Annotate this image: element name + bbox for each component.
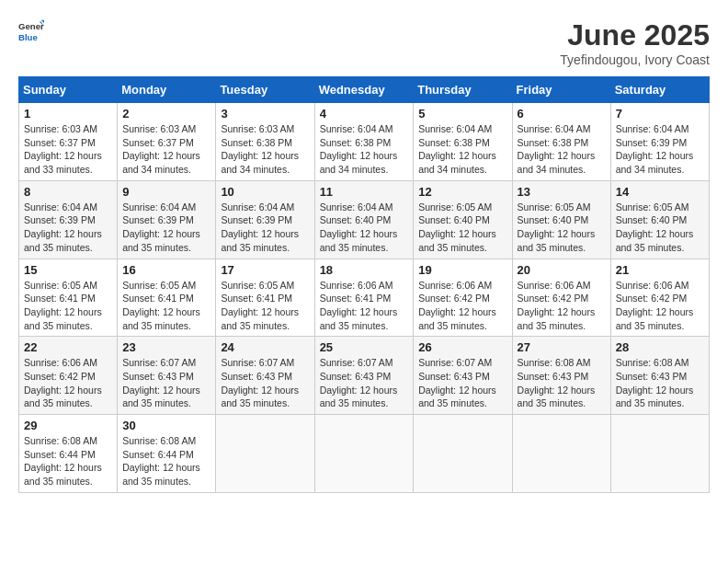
calendar-cell: 20 Sunrise: 6:06 AMSunset: 6:42 PMDaylig… — [512, 259, 610, 337]
calendar-cell — [414, 415, 512, 493]
day-number: 30 — [122, 419, 210, 432]
calendar-cell — [216, 415, 314, 493]
calendar-cell: 1 Sunrise: 6:03 AMSunset: 6:37 PMDayligh… — [19, 103, 118, 181]
day-number: 19 — [418, 263, 506, 277]
day-number: 29 — [24, 419, 112, 432]
day-info: Sunrise: 6:07 AMSunset: 6:43 PMDaylight:… — [418, 357, 496, 408]
calendar-cell: 12 Sunrise: 6:05 AMSunset: 6:40 PMDaylig… — [414, 180, 512, 259]
calendar-week-3: 15 Sunrise: 6:05 AMSunset: 6:41 PMDaylig… — [19, 259, 710, 337]
calendar-cell: 28 Sunrise: 6:08 AMSunset: 6:43 PMDaylig… — [610, 337, 709, 415]
calendar-cell: 5 Sunrise: 6:04 AMSunset: 6:38 PMDayligh… — [414, 103, 512, 181]
day-info: Sunrise: 6:04 AMSunset: 6:39 PMDaylight:… — [24, 201, 102, 253]
page-header: General Blue June 2025 Tyefindougou, Ivo… — [18, 18, 710, 67]
day-info: Sunrise: 6:04 AMSunset: 6:39 PMDaylight:… — [221, 201, 299, 253]
day-info: Sunrise: 6:05 AMSunset: 6:40 PMDaylight:… — [616, 201, 694, 253]
day-info: Sunrise: 6:04 AMSunset: 6:39 PMDaylight:… — [616, 123, 694, 175]
day-info: Sunrise: 6:08 AMSunset: 6:43 PMDaylight:… — [616, 357, 694, 408]
day-info: Sunrise: 6:04 AMSunset: 6:38 PMDaylight:… — [418, 123, 496, 175]
logo-icon: General Blue — [18, 18, 44, 44]
day-number: 27 — [518, 340, 606, 354]
day-number: 22 — [24, 340, 112, 354]
day-number: 15 — [24, 263, 112, 277]
day-number: 1 — [24, 107, 112, 121]
calendar-cell: 15 Sunrise: 6:05 AMSunset: 6:41 PMDaylig… — [19, 259, 118, 337]
day-info: Sunrise: 6:04 AMSunset: 6:38 PMDaylight:… — [320, 123, 398, 175]
month-year-title: June 2025 — [560, 18, 710, 52]
calendar-cell: 18 Sunrise: 6:06 AMSunset: 6:41 PMDaylig… — [314, 259, 414, 337]
day-info: Sunrise: 6:07 AMSunset: 6:43 PMDaylight:… — [221, 357, 299, 408]
day-info: Sunrise: 6:08 AMSunset: 6:43 PMDaylight:… — [518, 357, 596, 408]
day-number: 21 — [616, 263, 704, 277]
calendar-cell: 3 Sunrise: 6:03 AMSunset: 6:38 PMDayligh… — [216, 103, 314, 181]
day-number: 26 — [418, 340, 506, 354]
calendar-cell — [512, 415, 610, 493]
day-info: Sunrise: 6:08 AMSunset: 6:44 PMDaylight:… — [24, 435, 102, 487]
day-number: 17 — [221, 263, 309, 277]
day-info: Sunrise: 6:05 AMSunset: 6:41 PMDaylight:… — [24, 280, 102, 331]
calendar-header-row: SundayMondayTuesdayWednesdayThursdayFrid… — [19, 77, 710, 103]
day-number: 16 — [122, 263, 210, 277]
calendar-cell: 21 Sunrise: 6:06 AMSunset: 6:42 PMDaylig… — [610, 259, 709, 337]
calendar-cell: 24 Sunrise: 6:07 AMSunset: 6:43 PMDaylig… — [216, 337, 314, 415]
day-info: Sunrise: 6:03 AMSunset: 6:37 PMDaylight:… — [24, 123, 102, 175]
calendar-cell: 16 Sunrise: 6:05 AMSunset: 6:41 PMDaylig… — [118, 259, 216, 337]
day-number: 7 — [616, 107, 704, 121]
calendar-cell: 17 Sunrise: 6:05 AMSunset: 6:41 PMDaylig… — [216, 259, 314, 337]
calendar-cell: 25 Sunrise: 6:07 AMSunset: 6:43 PMDaylig… — [314, 337, 414, 415]
day-number: 4 — [320, 107, 409, 121]
location-subtitle: Tyefindougou, Ivory Coast — [560, 52, 710, 67]
calendar-week-2: 8 Sunrise: 6:04 AMSunset: 6:39 PMDayligh… — [19, 180, 710, 259]
day-number: 20 — [518, 263, 606, 277]
calendar-cell: 6 Sunrise: 6:04 AMSunset: 6:38 PMDayligh… — [512, 103, 610, 181]
col-header-sunday: Sunday — [19, 77, 118, 103]
day-number: 9 — [122, 185, 210, 199]
day-number: 24 — [221, 340, 309, 354]
calendar-week-1: 1 Sunrise: 6:03 AMSunset: 6:37 PMDayligh… — [19, 103, 710, 181]
day-info: Sunrise: 6:05 AMSunset: 6:41 PMDaylight:… — [122, 280, 200, 331]
calendar-cell: 13 Sunrise: 6:05 AMSunset: 6:40 PMDaylig… — [512, 180, 610, 259]
day-info: Sunrise: 6:05 AMSunset: 6:41 PMDaylight:… — [221, 280, 299, 331]
calendar-cell: 27 Sunrise: 6:08 AMSunset: 6:43 PMDaylig… — [512, 337, 610, 415]
day-info: Sunrise: 6:05 AMSunset: 6:40 PMDaylight:… — [518, 201, 596, 253]
day-info: Sunrise: 6:07 AMSunset: 6:43 PMDaylight:… — [320, 357, 398, 408]
day-number: 25 — [320, 340, 409, 354]
calendar-cell: 7 Sunrise: 6:04 AMSunset: 6:39 PMDayligh… — [610, 103, 709, 181]
title-area: June 2025 Tyefindougou, Ivory Coast — [560, 18, 710, 67]
day-number: 13 — [518, 185, 606, 199]
day-info: Sunrise: 6:04 AMSunset: 6:40 PMDaylight:… — [320, 201, 398, 253]
svg-text:General: General — [18, 21, 44, 31]
day-number: 11 — [320, 185, 409, 199]
day-number: 3 — [221, 107, 309, 121]
calendar-week-4: 22 Sunrise: 6:06 AMSunset: 6:42 PMDaylig… — [19, 337, 710, 415]
col-header-wednesday: Wednesday — [314, 77, 414, 103]
day-number: 6 — [518, 107, 606, 121]
day-info: Sunrise: 6:07 AMSunset: 6:43 PMDaylight:… — [122, 357, 200, 408]
day-number: 2 — [122, 107, 210, 121]
calendar-cell: 22 Sunrise: 6:06 AMSunset: 6:42 PMDaylig… — [19, 337, 118, 415]
calendar-cell: 11 Sunrise: 6:04 AMSunset: 6:40 PMDaylig… — [314, 180, 414, 259]
calendar-cell: 29 Sunrise: 6:08 AMSunset: 6:44 PMDaylig… — [19, 415, 118, 493]
day-number: 8 — [24, 185, 112, 199]
calendar-cell: 10 Sunrise: 6:04 AMSunset: 6:39 PMDaylig… — [216, 180, 314, 259]
day-number: 23 — [122, 340, 210, 354]
calendar-cell: 14 Sunrise: 6:05 AMSunset: 6:40 PMDaylig… — [610, 180, 709, 259]
day-info: Sunrise: 6:06 AMSunset: 6:42 PMDaylight:… — [24, 357, 102, 408]
calendar-cell: 4 Sunrise: 6:04 AMSunset: 6:38 PMDayligh… — [314, 103, 414, 181]
col-header-tuesday: Tuesday — [216, 77, 314, 103]
day-number: 14 — [616, 185, 704, 199]
col-header-saturday: Saturday — [610, 77, 709, 103]
calendar-table: SundayMondayTuesdayWednesdayThursdayFrid… — [18, 76, 710, 493]
calendar-cell: 2 Sunrise: 6:03 AMSunset: 6:37 PMDayligh… — [118, 103, 216, 181]
calendar-cell: 8 Sunrise: 6:04 AMSunset: 6:39 PMDayligh… — [19, 180, 118, 259]
svg-text:Blue: Blue — [18, 32, 38, 42]
col-header-friday: Friday — [512, 77, 610, 103]
calendar-cell: 19 Sunrise: 6:06 AMSunset: 6:42 PMDaylig… — [414, 259, 512, 337]
calendar-cell: 23 Sunrise: 6:07 AMSunset: 6:43 PMDaylig… — [118, 337, 216, 415]
col-header-thursday: Thursday — [414, 77, 512, 103]
day-info: Sunrise: 6:04 AMSunset: 6:38 PMDaylight:… — [518, 123, 596, 175]
logo: General Blue — [18, 18, 44, 44]
day-info: Sunrise: 6:06 AMSunset: 6:42 PMDaylight:… — [518, 280, 596, 331]
calendar-cell: 9 Sunrise: 6:04 AMSunset: 6:39 PMDayligh… — [118, 180, 216, 259]
calendar-cell — [610, 415, 709, 493]
calendar-week-5: 29 Sunrise: 6:08 AMSunset: 6:44 PMDaylig… — [19, 415, 710, 493]
